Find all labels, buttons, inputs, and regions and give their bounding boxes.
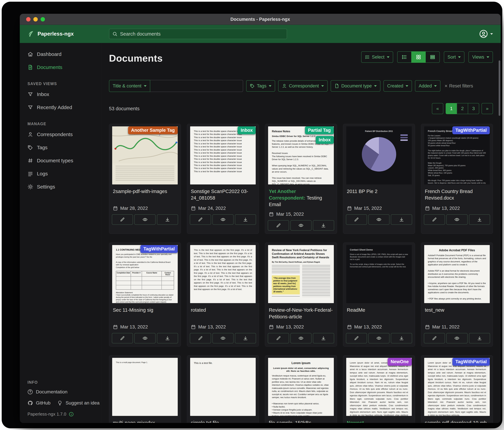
view-document-button[interactable] [290,220,312,231]
document-title[interactable]: French Country Bread Revised.docx [421,185,493,202]
detail-view-button[interactable] [425,51,440,63]
tag-chip[interactable]: NewOne [388,358,412,366]
document-card[interactable]: Patient BP Distribution 2011 [343,124,415,234]
view-document-button[interactable] [212,214,234,225]
list-view-button[interactable] [397,51,412,63]
zoom-window-button[interactable] [41,17,45,21]
document-card[interactable]: Adobe Acrobat PDF Files Adobe® Portabl [421,243,493,346]
grid-view-button[interactable] [411,51,426,63]
document-title[interactable]: Newest Correspondent:f_combineds [343,416,415,423]
created-filter-button[interactable]: Created [383,80,412,92]
documentation-link[interactable]: Documentation [20,386,101,397]
document-title[interactable]: rotated [187,303,259,321]
download-document-button[interactable] [391,214,412,225]
tag-chip[interactable]: TagWithPartial [452,358,490,366]
tag-chip[interactable]: Another Sample Tag [128,126,178,134]
edit-document-button[interactable] [424,333,445,343]
document-card[interactable]: This is a multi page document. Page 1. m… [109,355,181,423]
download-document-button[interactable] [469,333,490,343]
document-thumbnail[interactable]: TagWithPartial 1.1 CONTINUING MEDICAL ED… [109,243,181,303]
suggest-idea-link[interactable]: Suggest an idea [50,397,99,409]
document-thumbnail[interactable]: This is the text that appears on the fir… [187,243,259,303]
download-document-button[interactable] [313,333,334,343]
tag-chip[interactable]: TagWithPartial [452,126,490,134]
pagination-prev[interactable]: « [432,103,443,114]
document-thumbnail[interactable]: This is a multi page document. Page 1. [109,355,181,416]
document-thumbnail[interactable]: TagWithPartial Lorem i [421,355,493,416]
edit-document-button[interactable] [268,220,289,231]
sidebar-item-inbox[interactable]: Inbox [20,88,101,101]
pagination-page-1[interactable]: 1 [446,103,457,114]
correspondent-filter-button[interactable]: Correspondent [278,80,328,92]
global-search[interactable] [109,29,287,39]
download-document-button[interactable] [235,214,256,225]
tags-filter-button[interactable]: Tags [246,80,275,92]
document-card[interactable]: Partial TagInbox Release Notes Simba ODB… [265,124,337,234]
sort-button[interactable]: Sort [444,51,465,63]
edit-document-button[interactable] [424,214,445,225]
view-document-button[interactable] [134,333,155,343]
document-thumbnail[interactable]: Inbox This is a test f [187,124,259,185]
minimize-window-button[interactable] [33,17,38,21]
document-title[interactable]: Sonstige ScanPC2022 03-24_081058 [187,185,259,202]
github-link[interactable]: GitHub [20,397,50,409]
document-title[interactable]: 2011 BP Pie 2 [343,185,415,202]
view-document-button[interactable] [134,214,155,225]
document-card[interactable]: TagWithPartial Lorem i [421,355,493,423]
document-card[interactable]: Contact Sheet Demo Given a set of imag [343,243,415,346]
document-type-filter-button[interactable]: Document type [331,80,381,92]
download-document-button[interactable] [157,333,178,343]
document-card[interactable]: Inbox This is a test f [187,124,259,234]
sidebar-item-settings[interactable]: Settings [20,180,101,193]
pagination-page-2[interactable]: 2 [457,103,468,114]
edit-document-button[interactable] [190,333,211,343]
download-document-button[interactable] [235,333,256,343]
edit-document-button[interactable] [112,214,133,225]
edit-document-button[interactable] [346,214,367,225]
pagination-page-3[interactable]: 3 [468,103,479,114]
brand[interactable]: Paperless-ngx [20,30,101,37]
tag-chip[interactable]: Partial Tag [305,126,334,134]
document-title[interactable]: Sec 11-Missing sig [109,303,181,321]
document-title[interactable]: 2sample-pdf-with-images [109,185,181,202]
view-document-button[interactable] [212,333,234,343]
edit-document-button[interactable] [268,333,289,343]
edit-document-button[interactable] [190,214,211,225]
document-card[interactable]: This is a test file. simple txt file [187,355,259,423]
document-thumbnail[interactable]: Adobe Acrobat PDF Files Adobe® Portabl [421,243,493,303]
search-input[interactable] [120,31,284,37]
document-card[interactable]: TagWithPartial 1.1 CONTINUING MEDICAL ED… [109,243,181,346]
sidebar-item-logs[interactable]: Logs [20,167,101,180]
tag-chip[interactable]: Inbox [238,126,256,134]
document-thumbnail[interactable]: TagWithPartial French Country Bread [421,124,493,185]
user-menu[interactable] [479,29,493,38]
edit-document-button[interactable] [112,333,133,343]
document-title[interactable]: sample-pdf-download-10-mb-longer-title [421,416,493,423]
sidebar-item-document-types[interactable]: Document types [20,154,101,167]
view-document-button[interactable] [368,333,389,343]
document-title[interactable]: Review-of-New-York-Federal-Petitions-art… [265,303,337,321]
document-title[interactable]: simple txt file [187,416,259,423]
document-card[interactable]: TagWithPartial French Country Bread [421,124,493,234]
edit-document-button[interactable] [346,333,367,343]
document-card[interactable]: Another Sample Tag [109,124,181,234]
document-title[interactable]: test_new [421,303,493,321]
document-thumbnail[interactable]: Contact Sheet Demo Given a set of imag [343,243,415,303]
document-thumbnail[interactable]: NewOne Lorem ipsum dol [343,355,415,416]
added-filter-button[interactable]: Added [415,80,441,92]
view-document-button[interactable] [446,214,468,225]
document-card[interactable]: NewOne Lorem ipsum dol [343,355,415,423]
document-title[interactable]: ReadMe [343,303,415,321]
download-document-button[interactable] [469,214,490,225]
document-card[interactable]: This is the text that appears on the fir… [187,243,259,346]
download-document-button[interactable] [391,333,412,343]
info-icon[interactable] [69,412,74,417]
document-card[interactable]: Review of New York Federal Petitions for… [265,243,337,346]
download-document-button[interactable] [157,214,178,225]
sidebar-item-recently-added[interactable]: Recently Added [20,101,101,114]
document-thumbnail[interactable]: Partial TagInbox Release Notes Simba ODB… [265,124,337,185]
document-correspondent[interactable]: Newest Correspondent: [347,420,383,423]
view-document-button[interactable] [290,333,312,343]
sidebar-item-documents[interactable]: Documents [20,61,101,74]
view-document-button[interactable] [368,214,389,225]
